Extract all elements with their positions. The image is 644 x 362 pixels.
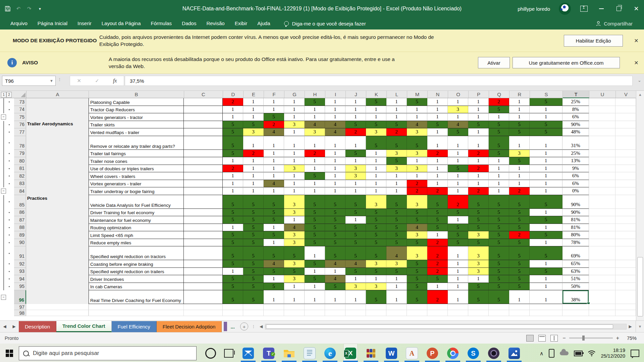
cell-L91[interactable]: 4 [386,246,407,260]
cell-K93[interactable]: 5 [366,268,386,276]
cell-U90[interactable] [589,239,615,247]
cell-I89[interactable]: 5 [325,231,345,239]
vertical-scrollbar-thumb[interactable] [637,257,643,316]
cell-H89[interactable]: 5 [305,231,325,239]
sheet-nav-left-icon[interactable]: ◀ [0,321,9,332]
cell-T91[interactable]: 69% [562,246,589,260]
cell-N78[interactable]: 1 [427,136,448,150]
sheet-tab-fleet-decision-adoption[interactable]: Fleet Decision Adoption [157,321,222,332]
cell-N98[interactable] [427,310,448,316]
cell-Q88[interactable]: 5 [489,224,509,232]
cell-F94[interactable]: 1 [264,275,284,283]
cell-P94[interactable]: 1 [468,275,489,283]
cell-N89[interactable]: 1 [427,231,448,239]
cell-P92[interactable]: 3 [468,260,489,268]
cell-U80[interactable] [589,157,615,165]
row-header-90[interactable]: 90 [14,239,26,247]
cell-U92[interactable] [589,260,615,268]
start-button[interactable] [0,344,19,362]
cell-O92[interactable]: 1 [448,260,468,268]
cell-R86[interactable]: 5 [509,209,530,217]
cell-E92[interactable]: 5 [243,260,264,268]
row-header-81[interactable]: 81 [14,165,26,173]
cell-J82[interactable]: 3 [345,172,366,180]
cell-A75[interactable] [26,113,89,121]
cell-D94[interactable]: 5 [223,275,243,283]
cell-N85[interactable]: 5 [427,195,448,209]
cell-O93[interactable]: 1 [448,268,468,276]
ribbon-tab-página-inicial[interactable]: Página Inicial [33,18,72,29]
cell-U75[interactable] [589,113,615,121]
column-header-O[interactable]: O [448,91,469,98]
cell-L94[interactable]: 1 [386,275,407,283]
cell-P86[interactable]: 5 [468,209,489,217]
taskbar-app-skype-icon[interactable]: S [467,344,480,362]
cell-M94[interactable]: 5 [407,275,427,283]
user-name[interactable]: phillype loredo [518,6,550,12]
cell-B86[interactable]: Driver Training for fuel economy [89,209,184,217]
restore-button[interactable] [614,4,623,13]
cell-K86[interactable]: 5 [366,209,386,217]
enter-icon[interactable]: ✓ [95,78,99,84]
outline-collapse-icon[interactable]: − [1,295,6,300]
cell-H80[interactable]: 1 [305,157,325,165]
cell-Q84[interactable]: 1 [489,187,509,195]
cell-N92[interactable]: 2 [427,260,448,268]
cell-J74[interactable]: 1 [345,106,366,114]
cell-P79[interactable]: 2 [468,150,489,158]
cell-U76[interactable] [589,121,615,129]
cell-F96[interactable]: 1 [264,290,284,304]
cell-L81[interactable]: 3 [386,165,407,173]
cell-I82[interactable]: 1 [325,172,345,180]
cell-O96[interactable]: 1 [448,290,468,304]
cell-B82[interactable]: Wheel covers - trailers [89,172,184,180]
cell-K97[interactable] [366,304,386,310]
cell-B93[interactable]: Specified weight reduction on trailers [89,268,184,276]
cell-Q74[interactable]: 5 [489,106,509,114]
row-header-91[interactable]: 91 [14,246,26,260]
cell-N81[interactable]: 1 [427,165,448,173]
cell-B76[interactable]: Trailer skirts [89,121,184,129]
cell-R76[interactable]: 5 [509,121,530,129]
cell-J83[interactable]: 1 [345,180,366,188]
column-header-C[interactable]: C [184,91,223,98]
cell-O87[interactable]: 1 [448,216,468,224]
cell-R74[interactable]: 1 [509,106,530,114]
cell-B88[interactable]: Routing optimization [89,224,184,232]
page-layout-view-icon[interactable] [538,335,546,342]
cell-S95[interactable]: 1 [530,283,562,291]
cell-S80[interactable]: 1 [530,157,562,165]
cell-N93[interactable]: 2 [427,268,448,276]
cell-V82[interactable] [615,172,636,180]
cell-N75[interactable]: 1 [427,113,448,121]
cell-O75[interactable]: 1 [448,113,468,121]
cell-P88[interactable]: 5 [468,224,489,232]
cell-R88[interactable]: 5 [509,224,530,232]
cell-L90[interactable]: 5 [386,239,407,247]
taskbar-app-explorer-icon[interactable] [282,344,296,362]
cell-Q95[interactable]: 5 [489,283,509,291]
cell-S74[interactable]: 1 [530,106,562,114]
cell-D75[interactable]: 1 [223,113,243,121]
cell-R92[interactable]: 5 [509,260,530,268]
cell-R79[interactable]: 3 [509,150,530,158]
insert-function-icon[interactable]: fx [113,78,117,84]
cell-C86[interactable] [184,209,223,217]
cell-B79[interactable]: Trailer tail fairings [89,150,184,158]
cell-E97[interactable] [243,304,264,310]
cell-K77[interactable]: 3 [366,128,386,136]
column-header-P[interactable]: P [469,91,489,98]
row-header-94[interactable]: 94 [14,275,26,283]
cell-A97[interactable] [26,304,89,310]
cell-T74[interactable]: 8% [562,106,589,114]
cell-A82[interactable] [26,172,89,180]
taskbar-app-mail-icon[interactable] [241,344,255,362]
cell-T76[interactable]: 90% [562,121,589,129]
vertical-scrollbar[interactable]: ▲ [636,91,644,320]
cell-K78[interactable]: 5 [366,136,386,150]
cell-L73[interactable]: 1 [386,98,407,106]
cell-V89[interactable] [615,231,636,239]
ribbon-tab-layout-da-página[interactable]: Layout da Página [97,18,146,29]
cell-O79[interactable]: 1 [448,150,468,158]
cell-T84[interactable]: 0% [562,187,589,195]
